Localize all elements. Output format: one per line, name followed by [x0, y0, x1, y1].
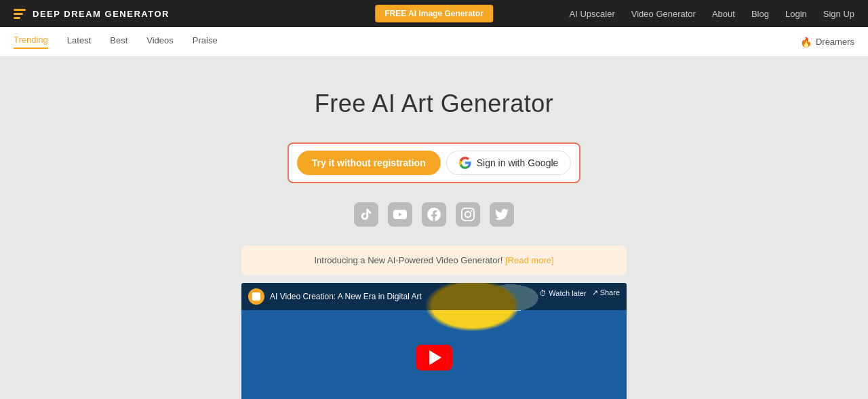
secondary-navigation: Trending Latest Best Videos Praise 🔥 Dre…: [0, 27, 868, 57]
hero-section: Free AI Art Generator Try it without reg…: [0, 57, 868, 399]
instagram-icon[interactable]: [456, 202, 480, 227]
top-nav-links: AI Upscaler Video Generator About Blog L…: [570, 9, 854, 19]
logo-area: DEEP DREAM GENERATOR: [14, 9, 170, 19]
video-title-bar: AI Video Creation: A New Era in Digital …: [241, 283, 627, 310]
nav-tabs: Trending Latest Best Videos Praise: [14, 35, 218, 49]
page-title: Free AI Art Generator: [315, 90, 554, 118]
watch-later-button[interactable]: ⏱ Watch later: [539, 289, 586, 297]
about-link[interactable]: About: [712, 9, 735, 19]
video-channel-logo: [248, 288, 264, 305]
video-title: AI Video Creation: A New Era in Digital …: [270, 292, 422, 301]
video-thumbnail: AI Video Creation: A New Era in Digital …: [241, 283, 627, 399]
login-link[interactable]: Login: [785, 9, 807, 19]
twitter-icon[interactable]: [490, 202, 514, 227]
dreamers-icon: 🔥: [800, 37, 812, 48]
video-top-controls: ⏱ Watch later ↗ Share: [539, 288, 620, 297]
try-without-registration-button[interactable]: Try it without registration: [297, 151, 441, 175]
share-button[interactable]: ↗ Share: [592, 288, 620, 297]
google-btn-label: Sign in with Google: [477, 157, 559, 168]
tab-trending[interactable]: Trending: [14, 35, 48, 49]
banner-text: Introducing a New AI-Powered Video Gener…: [314, 255, 502, 265]
video-play-button[interactable]: [416, 345, 452, 370]
youtube-icon[interactable]: [388, 202, 412, 227]
tab-latest[interactable]: Latest: [67, 35, 91, 48]
sign-in-with-google-button[interactable]: Sign in with Google: [446, 151, 572, 175]
site-title: DEEP DREAM GENERATOR: [33, 9, 170, 19]
read-more-link[interactable]: [Read more]: [505, 255, 554, 265]
info-banner: Introducing a New AI-Powered Video Gener…: [241, 246, 627, 275]
social-icons-row: [354, 202, 514, 227]
ai-upscaler-link[interactable]: AI Upscaler: [570, 9, 615, 19]
video-container: AI Video Creation: A New Era in Digital …: [241, 283, 627, 399]
blog-link[interactable]: Blog: [751, 9, 769, 19]
google-logo-icon: [459, 157, 471, 169]
dreamers-label: Dreamers: [816, 37, 854, 47]
menu-icon[interactable]: [14, 9, 26, 19]
tiktok-icon[interactable]: [354, 202, 378, 227]
free-ai-image-button[interactable]: FREE AI Image Generator: [375, 5, 493, 22]
tab-best[interactable]: Best: [110, 35, 127, 48]
facebook-icon[interactable]: [422, 202, 446, 227]
cta-box: Try it without registration Sign in with…: [288, 142, 581, 183]
tab-praise[interactable]: Praise: [193, 35, 218, 48]
top-navigation: DEEP DREAM GENERATOR FREE AI Image Gener…: [0, 0, 868, 27]
tab-videos[interactable]: Videos: [146, 35, 174, 48]
signup-link[interactable]: Sign Up: [823, 9, 854, 19]
video-generator-link[interactable]: Video Generator: [631, 9, 696, 19]
dreamers-section: 🔥 Dreamers: [800, 37, 854, 48]
top-nav-center: FREE AI Image Generator: [375, 5, 493, 22]
